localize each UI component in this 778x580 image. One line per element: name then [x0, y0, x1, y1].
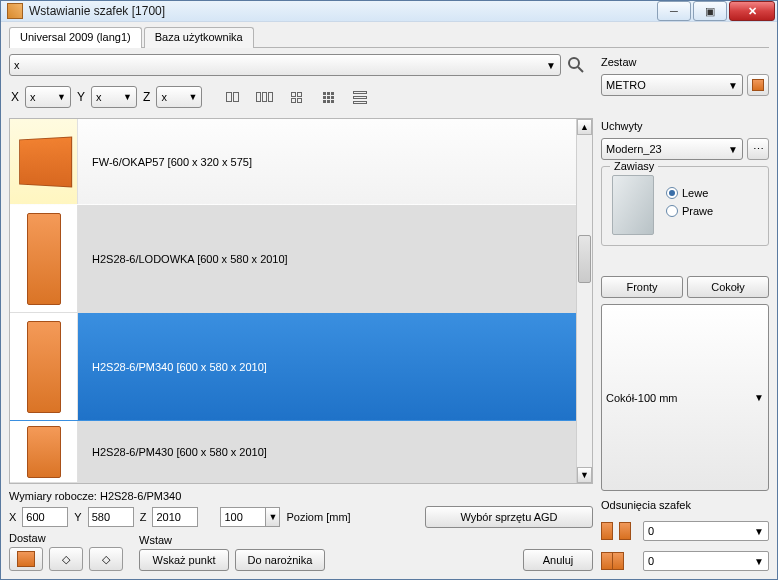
- set-dropdown[interactable]: METRO▼: [601, 74, 743, 96]
- list-item-label: H2S28-6/LODOWKA [600 x 580 x 2010]: [78, 253, 288, 265]
- app-icon: [7, 3, 23, 19]
- chevron-down-icon: ▼: [754, 526, 764, 537]
- window-title: Wstawianie szafek [1700]: [29, 4, 165, 18]
- svg-point-0: [569, 58, 579, 68]
- level-label: Poziom [mm]: [286, 511, 350, 523]
- chevron-down-icon: ▼: [123, 92, 132, 102]
- tab-user-db[interactable]: Baza użytkownika: [144, 27, 254, 48]
- list-item[interactable]: FW-6/OKAP57 [600 x 320 x 575]: [10, 119, 576, 205]
- hinge-right-radio[interactable]: Prawe: [666, 205, 713, 217]
- view-mode-2-button[interactable]: [250, 85, 278, 109]
- titlebar: Wstawianie szafek [1700] ─ ▣ ✕: [1, 1, 777, 22]
- hinges-group: Zawiasy Lewe Prawe: [601, 166, 769, 246]
- cabinet-thumbnail: [10, 313, 78, 420]
- maximize-button[interactable]: ▣: [693, 1, 727, 21]
- cabinet-list: FW-6/OKAP57 [600 x 320 x 575] H2S28-6/LO…: [9, 118, 593, 484]
- arrow-right-button[interactable]: ◇: [89, 547, 123, 571]
- view-mode-4-button[interactable]: [314, 85, 342, 109]
- dim-z-input[interactable]: 2010: [152, 507, 198, 527]
- dim-y-label: Y: [74, 511, 81, 523]
- search-icon[interactable]: [567, 56, 585, 74]
- view-mode-3-button[interactable]: [282, 85, 310, 109]
- chevron-down-icon: ▼: [754, 556, 764, 567]
- handles-dropdown[interactable]: Modern_23▼: [601, 138, 743, 160]
- handles-label: Uchwyty: [601, 120, 769, 132]
- view-mode-1-button[interactable]: [218, 85, 246, 109]
- level-input[interactable]: 100: [220, 507, 266, 527]
- offset-h-dropdown[interactable]: 0▼: [643, 521, 769, 541]
- axis-z-dropdown[interactable]: x▼: [156, 86, 202, 108]
- scroll-down-button[interactable]: ▼: [577, 467, 592, 483]
- wskaz-button[interactable]: Wskaż punkt: [139, 549, 229, 571]
- offsets-label: Odsunięcia szafek: [601, 499, 769, 511]
- offset-v-icon: [601, 552, 633, 570]
- main-filter-dropdown[interactable]: x ▼: [9, 54, 561, 76]
- plinths-button[interactable]: Cokoły: [687, 276, 769, 298]
- agd-button[interactable]: Wybór sprzętu AGD: [425, 506, 593, 528]
- tab-universal[interactable]: Universal 2009 (lang1): [9, 27, 142, 48]
- working-dims-label: Wymiary robocze: H2S28-6/PM340: [9, 490, 181, 502]
- tab-bar: Universal 2009 (lang1) Baza użytkownika: [9, 26, 769, 48]
- offset-h-icon: [601, 522, 633, 540]
- offset-v-dropdown[interactable]: 0▼: [643, 551, 769, 571]
- scroll-thumb[interactable]: [578, 235, 591, 283]
- cabinet-thumbnail: [10, 119, 78, 204]
- dim-x-input[interactable]: 600: [22, 507, 68, 527]
- list-item-label: FW-6/OKAP57 [600 x 320 x 575]: [78, 156, 252, 168]
- dim-x-label: X: [9, 511, 16, 523]
- hinge-preview-icon: [612, 175, 654, 235]
- list-item-selected[interactable]: H2S28-6/PM340 [600 x 580 x 2010]: [10, 313, 576, 421]
- minimize-button[interactable]: ─: [657, 1, 691, 21]
- chevron-down-icon: ▼: [728, 144, 738, 155]
- hinge-left-radio[interactable]: Lewe: [666, 187, 713, 199]
- axis-x-label: X: [9, 90, 21, 104]
- chevron-down-icon: ▼: [57, 92, 66, 102]
- list-item-label: H2S28-6/PM340 [600 x 580 x 2010]: [78, 361, 267, 373]
- fronts-button[interactable]: Fronty: [601, 276, 683, 298]
- close-button[interactable]: ✕: [729, 1, 775, 21]
- svg-line-1: [578, 67, 583, 72]
- scrollbar[interactable]: ▲ ▼: [576, 119, 592, 483]
- list-item[interactable]: H2S28-6/PM430 [600 x 580 x 2010]: [10, 421, 576, 483]
- arrow-left-button[interactable]: ◇: [49, 547, 83, 571]
- cabinet-thumbnail: [10, 421, 78, 482]
- dostaw-icon-button[interactable]: [9, 547, 43, 571]
- cancel-button[interactable]: Anuluj: [523, 549, 593, 571]
- axis-y-label: Y: [75, 90, 87, 104]
- corner-button[interactable]: Do narożnika: [235, 549, 325, 571]
- dim-z-label: Z: [140, 511, 147, 523]
- chevron-down-icon[interactable]: ▼: [266, 507, 280, 527]
- wstaw-label: Wstaw: [139, 534, 325, 546]
- chevron-down-icon: ▼: [754, 392, 764, 403]
- handles-config-button[interactable]: ⋯: [747, 138, 769, 160]
- plinth-dropdown[interactable]: Cokół-100 mm▼: [601, 304, 769, 491]
- set-config-button[interactable]: [747, 74, 769, 96]
- cabinet-thumbnail: [10, 205, 78, 312]
- set-label: Zestaw: [601, 56, 769, 68]
- chevron-down-icon: ▼: [546, 60, 556, 71]
- axis-x-dropdown[interactable]: x▼: [25, 86, 71, 108]
- chevron-down-icon: ▼: [188, 92, 197, 102]
- scroll-up-button[interactable]: ▲: [577, 119, 592, 135]
- list-item[interactable]: H2S28-6/LODOWKA [600 x 580 x 2010]: [10, 205, 576, 313]
- axis-z-label: Z: [141, 90, 152, 104]
- dim-y-input[interactable]: 580: [88, 507, 134, 527]
- view-mode-5-button[interactable]: [346, 85, 374, 109]
- list-item-label: H2S28-6/PM430 [600 x 580 x 2010]: [78, 446, 267, 458]
- hinges-label: Zawiasy: [610, 160, 658, 172]
- main-filter-value: x: [14, 59, 20, 71]
- dostaw-label: Dostaw: [9, 532, 123, 544]
- chevron-down-icon: ▼: [728, 80, 738, 91]
- axis-y-dropdown[interactable]: x▼: [91, 86, 137, 108]
